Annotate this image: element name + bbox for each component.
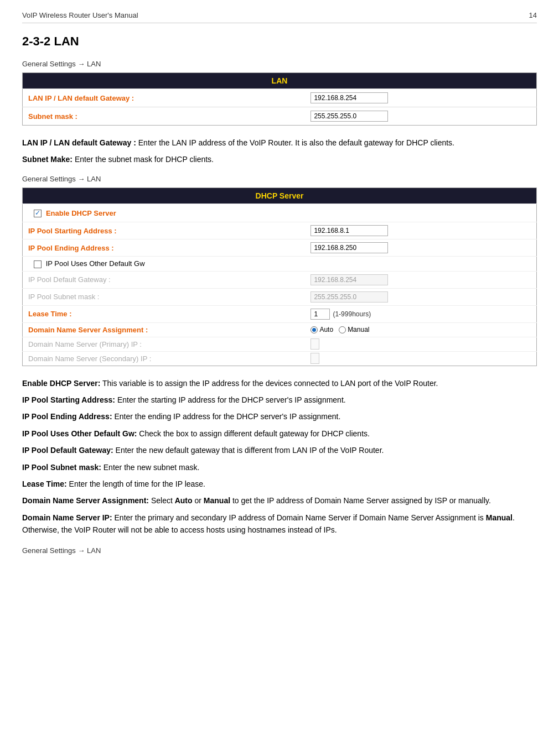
table-row: IP Pool Starting Address : 192.168.8.1 [23, 222, 537, 239]
ip-pool-start-desc-text: Enter the starting IP address for the DH… [117, 395, 346, 404]
lan-ip-input[interactable]: 192.168.8.254 [310, 92, 388, 103]
ip-pool-default-gw-desc: IP Pool Default Gateway: Enter the new d… [22, 444, 537, 456]
enable-dhcp-label: Enable DHCP Server [46, 209, 116, 217]
ip-pool-subnet-mask-input: 255.255.255.0 [310, 291, 388, 303]
lease-time-value: (1-999hours) [305, 305, 536, 322]
table-row: IP Pool Uses Other Default Gw [23, 257, 537, 272]
table-row: Lease Time : (1-999hours) [23, 305, 537, 322]
lease-time-input[interactable] [310, 309, 330, 320]
table-row: LAN IP / LAN default Gateway : 192.168.8… [23, 89, 537, 107]
lease-time-hint: (1-999hours) [333, 310, 371, 318]
subnet-mask-input[interactable]: 255.255.255.0 [310, 111, 388, 122]
table-row: Domain Name Server (Primary) IP : [23, 337, 537, 351]
table-row: IP Pool Default Gateway : 192.168.8.254 [23, 271, 537, 288]
dns-radio-group: Auto Manual [310, 326, 531, 333]
dns-ip-desc: Domain Name Server IP: Enter the primary… [22, 512, 537, 536]
dns-radio-manual-circle [339, 326, 346, 333]
ip-pool-start-label: IP Pool Starting Address : [23, 222, 306, 239]
dns-radio-auto-label: Auto [319, 326, 333, 333]
dhcp-description: Enable DHCP Server: This variable is to … [22, 377, 537, 536]
ip-pool-default-gw-label: IP Pool Default Gateway : [23, 271, 306, 288]
table-row: Subnet mask : 255.255.255.0 [23, 107, 537, 126]
dns-primary-input [310, 338, 319, 350]
ip-pool-end-input[interactable]: 192.168.8.250 [310, 242, 388, 253]
enable-dhcp-checkbox[interactable] [34, 210, 42, 217]
ip-pool-start-desc-label: IP Pool Starting Address: [22, 395, 115, 404]
lease-time-row: (1-999hours) [310, 309, 531, 320]
lan-ip-label: LAN IP / LAN default Gateway : [23, 89, 306, 107]
ip-pool-other-gw-label: IP Pool Uses Other Default Gw [46, 259, 145, 268]
ip-pool-other-gw-cell: IP Pool Uses Other Default Gw [23, 257, 537, 272]
lan-ip-desc-text: Enter the LAN IP address of the VoIP Rou… [138, 138, 454, 147]
ip-pool-default-gw-value: 192.168.8.254 [305, 271, 536, 288]
table-row: Domain Name Server Assignment : Auto Man… [23, 322, 537, 337]
ip-pool-subnet-desc: IP Pool Subnet mask: Enter the new subne… [22, 461, 537, 473]
lan-nav-path: General Settings → LAN [22, 60, 537, 68]
lan-ip-desc-label: LAN IP / LAN default Gateway : [22, 138, 136, 147]
dns-secondary-input [310, 353, 319, 364]
dns-assignment-label: Domain Name Server Assignment : [23, 322, 306, 337]
ip-pool-end-desc: IP Pool Ending Address: Enter the ending… [22, 410, 537, 423]
page-header: VoIP Wireless Router User's Manual 14 [22, 11, 537, 23]
ip-pool-start-value: 192.168.8.1 [305, 222, 536, 239]
enable-dhcp-desc-label: Enable DHCP Server: [22, 379, 100, 388]
ip-pool-default-gw-input: 192.168.8.254 [310, 274, 388, 285]
ip-pool-end-value: 192.168.8.250 [305, 239, 536, 257]
dns-assignment-desc-text: Select Auto or Manual to get the IP addr… [151, 496, 491, 505]
subnet-make-desc-label: Subnet Make: [22, 155, 73, 164]
lease-time-desc: Lease Time: Enter the length of time for… [22, 478, 537, 490]
lan-ip-value: 192.168.8.254 [305, 89, 536, 107]
dns-ip-desc-label: Domain Name Server IP: [22, 513, 112, 522]
lease-time-desc-text: Enter the length of time for the IP leas… [69, 479, 205, 488]
dns-primary-value [305, 337, 536, 351]
dns-primary-label: Domain Name Server (Primary) IP : [23, 337, 306, 351]
table-row: IP Pool Ending Address : 192.168.8.250 [23, 239, 537, 257]
dns-radio-auto-circle [310, 326, 318, 333]
dns-radio-manual-label: Manual [348, 326, 369, 333]
ip-pool-subnet-desc-label: IP Pool Subnet mask: [22, 463, 101, 472]
dns-radio-auto[interactable]: Auto [310, 326, 333, 333]
ip-pool-other-gw-checkbox[interactable] [34, 260, 42, 268]
ip-pool-start-input[interactable]: 192.168.8.1 [310, 225, 388, 236]
table-row: Domain Name Server (Secondary) IP : [23, 351, 537, 366]
lan-table: LAN LAN IP / LAN default Gateway : 192.1… [22, 72, 537, 126]
document-title: VoIP Wireless Router User's Manual [22, 11, 138, 19]
lease-time-desc-label: Lease Time: [22, 479, 67, 488]
ip-pool-subnet-desc-text: Enter the new subnet mask. [103, 463, 200, 472]
dhcp-table: DHCP Server Enable DHCP Server IP Pool S… [22, 187, 537, 366]
subnet-make-desc-text: Enter the subnet mask for DHCP clients. [75, 155, 214, 164]
enable-dhcp-desc-text: This variable is to assign the IP addres… [102, 379, 438, 388]
subnet-make-desc: Subnet Make: Enter the subnet mask for D… [22, 153, 537, 165]
table-row: Enable DHCP Server [23, 204, 537, 222]
page-number: 14 [529, 11, 537, 19]
ip-pool-default-gw-desc-label: IP Pool Default Gateway: [22, 446, 113, 455]
enable-dhcp-desc: Enable DHCP Server: This variable is to … [22, 377, 537, 389]
dhcp-table-header: DHCP Server [23, 187, 537, 204]
section-title: 2-3-2 LAN [22, 34, 537, 49]
ip-pool-default-gw-desc-text: Enter the new default gateway that is di… [116, 446, 384, 455]
ip-pool-other-gw-desc-label: IP Pool Uses Other Default Gw: [22, 429, 137, 438]
lan-ip-desc: LAN IP / LAN default Gateway : Enter the… [22, 137, 537, 149]
ip-pool-end-label: IP Pool Ending Address : [23, 239, 306, 257]
ip-pool-other-gw-desc-text: Check the box to assign different defaul… [139, 429, 370, 438]
dns-assignment-desc: Domain Name Server Assignment: Select Au… [22, 494, 537, 507]
ip-pool-start-desc: IP Pool Starting Address: Enter the star… [22, 394, 537, 406]
subnet-mask-label: Subnet mask : [23, 107, 306, 126]
lease-time-label: Lease Time : [23, 305, 306, 322]
dns-secondary-value [305, 351, 536, 366]
ip-pool-end-desc-label: IP Pool Ending Address: [22, 412, 112, 421]
dns-assignment-value: Auto Manual [305, 322, 536, 337]
ip-pool-subnet-mask-value: 255.255.255.0 [305, 288, 536, 305]
ip-pool-subnet-mask-label: IP Pool Subnet mask : [23, 288, 306, 305]
footer-nav-path: General Settings → LAN [22, 546, 537, 555]
dns-assignment-desc-label: Domain Name Server Assignment: [22, 496, 149, 505]
dhcp-nav-path: General Settings → LAN [22, 175, 537, 183]
table-row: IP Pool Subnet mask : 255.255.255.0 [23, 288, 537, 305]
enable-dhcp-cell: Enable DHCP Server [23, 204, 537, 222]
lan-table-header: LAN [23, 73, 537, 89]
subnet-mask-value: 255.255.255.0 [305, 107, 536, 126]
lan-description: LAN IP / LAN default Gateway : Enter the… [22, 137, 537, 166]
ip-pool-end-desc-text: Enter the ending IP address for the DHCP… [114, 412, 340, 421]
dns-secondary-label: Domain Name Server (Secondary) IP : [23, 351, 306, 366]
dns-radio-manual[interactable]: Manual [339, 326, 369, 333]
